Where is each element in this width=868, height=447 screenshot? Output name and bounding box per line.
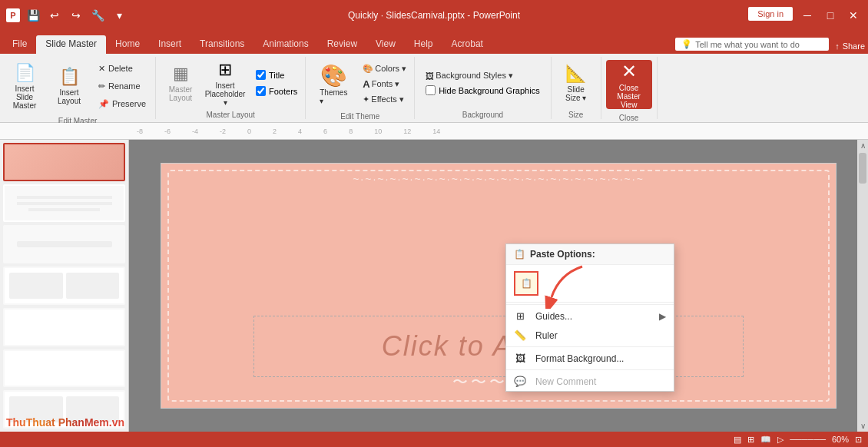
guides-label: Guides... bbox=[535, 311, 572, 322]
status-bar-right: ▤ ⊞ 📖 ▷ ────── 60% ⊡ bbox=[734, 435, 862, 445]
preserve-button[interactable]: 📌 Preserve bbox=[94, 95, 151, 112]
title-bar-left: P 💾 ↩ ↪ 🔧 ▾ bbox=[6, 7, 128, 24]
fonts-label: Fonts ▾ bbox=[372, 79, 400, 89]
save-button[interactable]: 💾 bbox=[25, 7, 41, 24]
slide-thumb-3[interactable] bbox=[3, 225, 125, 263]
tab-insert[interactable]: Insert bbox=[149, 35, 190, 54]
context-divider-1 bbox=[506, 304, 674, 305]
tab-file[interactable]: File bbox=[3, 35, 36, 54]
ruler-label: Ruler bbox=[535, 330, 558, 341]
context-format-bg-item[interactable]: 🖼 Format Background... bbox=[506, 349, 674, 368]
background-styles-label: Background Styles ▾ bbox=[436, 71, 513, 81]
title-bar: P 💾 ↩ ↪ 🔧 ▾ Quickly · SlidesCarnival.ppt… bbox=[0, 0, 868, 31]
scroll-up-arrow[interactable]: ∧ bbox=[859, 140, 867, 151]
delete-label: Delete bbox=[108, 64, 133, 73]
tell-me-box[interactable]: 💡 Tell me what you want to do bbox=[675, 38, 829, 51]
hide-bg-check-input[interactable] bbox=[426, 85, 436, 95]
slide-thumb-4[interactable] bbox=[3, 267, 125, 305]
undo-button[interactable]: ↩ bbox=[46, 7, 63, 24]
slide-thumb-1[interactable] bbox=[3, 143, 125, 181]
qa-dropdown-button[interactable]: ▾ bbox=[111, 7, 128, 24]
edit-theme-group-label: Edit Theme bbox=[340, 111, 379, 121]
footers-check-input[interactable] bbox=[256, 86, 266, 96]
edit-master-small-col: ✕ Delete ✏ Rename 📌 Preserve bbox=[94, 60, 151, 112]
close-content: ✕ CloseMaster View bbox=[606, 57, 652, 112]
colors-dropdown-button[interactable]: 🎨 Colors ▾ bbox=[359, 62, 409, 75]
slide-thumb-2[interactable] bbox=[3, 184, 125, 223]
context-guides-item[interactable]: ⊞ Guides... ▶ bbox=[506, 306, 674, 326]
delete-icon: ✕ bbox=[98, 64, 105, 74]
context-ruler-item[interactable]: 📏 Ruler bbox=[506, 326, 674, 345]
insert-placeholder-button[interactable]: ⊞ InsertPlaceholder ▾ bbox=[204, 60, 247, 106]
delete-button[interactable]: ✕ Delete bbox=[94, 60, 151, 77]
slide-size-button[interactable]: 📐 SlideSize ▾ bbox=[556, 60, 596, 106]
insert-slide-master-button[interactable]: 📄 Insert SlideMaster bbox=[5, 63, 45, 109]
title-check-input[interactable] bbox=[256, 70, 266, 80]
master-layout-placeholder-col: ⊞ InsertPlaceholder ▾ bbox=[204, 60, 247, 106]
background-content: 🖼 Background Styles ▾ Hide Background Gr… bbox=[419, 57, 545, 109]
themes-button[interactable]: 🎨 Themes▾ bbox=[310, 60, 356, 108]
fonts-dropdown-button[interactable]: A Fonts ▾ bbox=[359, 77, 409, 91]
master-layout-checks: Title Footers bbox=[250, 68, 300, 98]
colors-icon: 🎨 bbox=[363, 64, 373, 74]
tab-review[interactable]: Review bbox=[318, 35, 366, 54]
tab-acrobat[interactable]: Acrobat bbox=[442, 35, 492, 54]
quick-access-toolbar: 💾 ↩ ↪ 🔧 ▾ bbox=[25, 7, 128, 24]
share-button[interactable]: ↑ Share bbox=[835, 41, 865, 51]
insert-slide-master-icon: 📄 bbox=[15, 63, 35, 83]
rename-button[interactable]: ✏ Rename bbox=[94, 78, 151, 94]
insert-slide-master-label: Insert SlideMaster bbox=[8, 84, 41, 110]
slide-panel bbox=[0, 140, 129, 432]
footers-checkbox[interactable]: Footers bbox=[253, 84, 300, 98]
scroll-thumb[interactable] bbox=[859, 153, 866, 184]
tab-transitions[interactable]: Transitions bbox=[190, 35, 253, 54]
fit-window-button[interactable]: ⊡ bbox=[855, 435, 862, 445]
tab-home[interactable]: Home bbox=[106, 35, 149, 54]
edit-master-content: 📄 Insert SlideMaster 📋 InsertLayout ✕ De… bbox=[5, 57, 151, 115]
zoom-slider[interactable]: ────── bbox=[790, 435, 826, 444]
title-bar-right: Sign in ─ □ ✕ bbox=[748, 7, 862, 24]
insert-layout-button[interactable]: 📋 InsertLayout bbox=[48, 63, 91, 109]
title-checkbox[interactable]: Title bbox=[253, 68, 300, 81]
paste-header-label: Paste Options: bbox=[530, 249, 595, 260]
slide-thumb-6[interactable] bbox=[3, 349, 125, 388]
view-normal-icon[interactable]: ▤ bbox=[734, 435, 741, 445]
slide-canvas: ~·~·~·~·~·~·~·~·~·~·~·~·~·~·~·~·~·~·~·~·… bbox=[161, 163, 837, 409]
background-group-label: Background bbox=[462, 109, 503, 119]
tab-help[interactable]: Help bbox=[405, 35, 442, 54]
watermark-label: ThuThuat PhanMem.vn bbox=[0, 415, 131, 430]
close-master-view-button[interactable]: ✕ CloseMaster View bbox=[606, 60, 652, 109]
themes-label: Themes▾ bbox=[320, 88, 347, 105]
view-slideshow-icon[interactable]: ▷ bbox=[777, 435, 784, 445]
master-layout-button[interactable]: ▦ MasterLayout bbox=[161, 60, 200, 106]
ribbon-group-edit-master: 📄 Insert SlideMaster 📋 InsertLayout ✕ De… bbox=[0, 57, 156, 119]
scroll-down-arrow[interactable]: ∨ bbox=[859, 420, 867, 432]
background-styles-button[interactable]: 🖼 Background Styles ▾ bbox=[422, 69, 542, 82]
hide-bg-label: Hide Background Graphics bbox=[439, 86, 539, 95]
new-comment-label: New Comment bbox=[535, 376, 596, 387]
close-window-button[interactable]: ✕ bbox=[845, 7, 862, 24]
tab-view[interactable]: View bbox=[366, 35, 405, 54]
minimize-button[interactable]: ─ bbox=[799, 7, 816, 24]
hide-bg-graphics-checkbox[interactable]: Hide Background Graphics bbox=[422, 84, 542, 97]
effects-dropdown-button[interactable]: ✦ Effects ▾ bbox=[359, 93, 409, 106]
format-bg-icon: 🖼 bbox=[514, 353, 526, 364]
slide-thumb-5[interactable] bbox=[3, 308, 125, 346]
vertical-scrollbar[interactable]: ∧ ∨ bbox=[857, 140, 868, 432]
canvas-area[interactable]: ~·~·~·~·~·~·~·~·~·~·~·~·~·~·~·~·~·~·~·~·… bbox=[129, 140, 868, 432]
ribbon-group-close: ✕ CloseMaster View Close bbox=[601, 57, 658, 119]
slide-size-label: SlideSize ▾ bbox=[565, 85, 586, 102]
view-slidesorter-icon[interactable]: ⊞ bbox=[747, 435, 754, 445]
close-group-label: Close bbox=[619, 112, 639, 122]
tab-animations[interactable]: Animations bbox=[253, 35, 317, 54]
tab-slide-master[interactable]: Slide Master bbox=[36, 35, 106, 54]
context-divider-3 bbox=[506, 369, 674, 370]
paste-keep-source-button[interactable]: 📋 bbox=[514, 271, 538, 296]
redo-button[interactable]: ↪ bbox=[68, 7, 84, 24]
main-area: ~·~·~·~·~·~·~·~·~·~·~·~·~·~·~·~·~·~·~·~·… bbox=[0, 140, 868, 432]
customize-button[interactable]: 🔧 bbox=[89, 7, 106, 24]
guides-icon: ⊞ bbox=[514, 310, 526, 322]
sign-in-button[interactable]: Sign in bbox=[748, 7, 793, 21]
maximize-button[interactable]: □ bbox=[822, 7, 839, 24]
view-reading-icon[interactable]: 📖 bbox=[760, 435, 771, 445]
